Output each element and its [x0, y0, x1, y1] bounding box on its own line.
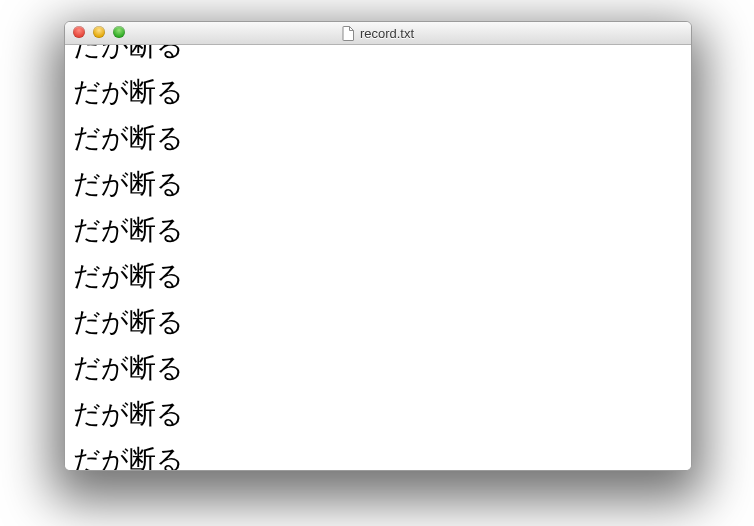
text-line: だが断る [73, 253, 184, 299]
text-line: だが断る [73, 69, 184, 115]
titlebar[interactable]: record.txt [65, 22, 691, 45]
window-title: record.txt [342, 26, 414, 41]
minimize-button[interactable] [93, 26, 105, 38]
text-line: だが断る [73, 207, 184, 253]
editor-window: record.txt だが断る だが断る だが断る だが断る だが断る だが断る… [64, 21, 692, 471]
zoom-button[interactable] [113, 26, 125, 38]
text-line: だが断る [73, 391, 184, 437]
text-line: だが断る [73, 45, 184, 69]
text-line: だが断る [73, 345, 184, 391]
document-icon [342, 26, 355, 41]
text-content-area[interactable]: だが断る だが断る だが断る だが断る だが断る だが断る だが断る だが断る … [65, 45, 691, 470]
close-button[interactable] [73, 26, 85, 38]
window-title-text: record.txt [360, 26, 414, 41]
text-line: だが断る [73, 115, 184, 161]
text-lines: だが断る だが断る だが断る だが断る だが断る だが断る だが断る だが断る … [73, 45, 184, 470]
text-line: だが断る [73, 437, 184, 470]
traffic-lights [73, 26, 125, 38]
text-line: だが断る [73, 299, 184, 345]
text-line: だが断る [73, 161, 184, 207]
